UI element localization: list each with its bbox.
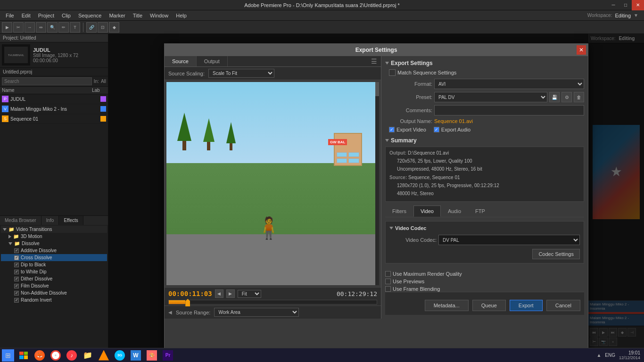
effect-dither[interactable]: ✓ Dither Dissolve	[1, 275, 107, 282]
checkbox-additive: ✓	[14, 248, 19, 253]
export-audio-checkbox[interactable]: ✓ Export Audio	[434, 127, 471, 132]
menu-clip[interactable]: Clip	[58, 10, 74, 20]
progress-bar[interactable]	[168, 300, 377, 304]
tool-track[interactable]: ⇔	[36, 22, 46, 33]
minimize-button[interactable]: ─	[607, 0, 619, 10]
taskbar-right: ▲ ENG 19:01 12/12/2014	[596, 350, 642, 360]
taskbar-app-firefox[interactable]: 🦊	[32, 349, 47, 362]
effect-additive-dissolve[interactable]: ✓ Additive Dissolve	[1, 247, 107, 254]
file-item-seq[interactable]: S Sequence 01	[0, 114, 108, 124]
cancel-button[interactable]: Cancel	[546, 300, 580, 311]
menu-sequence[interactable]: Sequence	[74, 10, 106, 20]
video-transitions-folder[interactable]: 📁 Video Transitions	[1, 226, 107, 233]
tab-effects[interactable]: Effects	[59, 216, 83, 225]
menu-project[interactable]: Project	[34, 10, 58, 20]
max-render-check-icon	[385, 271, 391, 277]
max-render-checkbox[interactable]: Use Maximum Render Quality	[385, 271, 584, 277]
tab-menu-icon[interactable]: ☰	[367, 58, 381, 65]
menu-file[interactable]: File	[2, 10, 18, 20]
effect-dip-white[interactable]: ✓ to White Dip	[1, 268, 107, 275]
modal-close-button[interactable]: ✕	[577, 45, 586, 55]
taskbar-app-chrome[interactable]: ●	[48, 349, 63, 362]
effect-film[interactable]: ✓ Film Dissolve	[1, 282, 107, 289]
tool-link[interactable]: 🔗	[86, 22, 97, 33]
zoom-select[interactable]: Fit	[238, 290, 261, 298]
menu-edit[interactable]: Edit	[18, 10, 34, 20]
match-sequence-checkbox[interactable]	[389, 69, 396, 76]
tool-select[interactable]: ▶	[2, 22, 12, 33]
summary-output: Output: D:\Sequence 01.avi	[389, 150, 580, 156]
next-frame-button[interactable]: ▶	[226, 289, 235, 298]
rtab-filters[interactable]: Filters	[385, 206, 413, 217]
preview-scrollbar[interactable]	[375, 82, 379, 285]
export-button[interactable]: Export	[510, 300, 543, 311]
taskbar-app-explorer[interactable]	[16, 349, 31, 362]
source-range-select[interactable]: Work Area	[214, 308, 299, 317]
subfolder-dissolve[interactable]: 📁 Dissolve	[1, 240, 107, 247]
tab-media-browser[interactable]: Media Browser	[0, 216, 41, 225]
effect-random-invert[interactable]: ✓ Random Invert	[1, 296, 107, 304]
tool-marker[interactable]: ◆	[109, 22, 119, 33]
tool-type[interactable]: T	[70, 22, 80, 33]
effect-non-additive[interactable]: ✓ Non-Additive Dissolve	[1, 289, 107, 296]
match-sequence-row: Match Sequence Settings	[385, 69, 584, 76]
menu-window[interactable]: Window	[146, 10, 172, 20]
tab-info[interactable]: Info	[41, 216, 59, 225]
tool-pen[interactable]: ✏	[58, 22, 69, 33]
workspace-name: Editing	[615, 13, 631, 18]
menu-help[interactable]: Help	[172, 10, 190, 20]
effect-dip-black[interactable]: ✓ Dip to Black	[1, 261, 107, 268]
taskbar-app-word[interactable]: W	[128, 349, 143, 362]
file-item-judul[interactable]: P JUDUL	[0, 94, 108, 104]
search-input[interactable]	[2, 77, 92, 85]
rtab-video[interactable]: Video	[413, 206, 441, 217]
color-label-seq	[100, 116, 106, 122]
queue-button[interactable]: Queue	[472, 300, 506, 311]
prev-frame-button[interactable]: ◀	[215, 289, 223, 298]
start-button[interactable]: ⊞	[2, 349, 14, 362]
frame-blending-checkbox[interactable]: Use Frame Blending	[385, 286, 584, 292]
tab-source[interactable]: Source	[165, 56, 197, 66]
codec-section: Video Codec Video Codec: DV PAL Codec Se…	[385, 221, 584, 263]
effect-cross-dissolve[interactable]: ✓ Cross Dissolve	[1, 254, 107, 261]
rtab-audio[interactable]: Audio	[441, 206, 468, 217]
output-name-link[interactable]: Sequence 01.avi	[434, 118, 473, 124]
maximize-button[interactable]: □	[619, 0, 632, 10]
codec-select[interactable]: DV PAL	[438, 235, 580, 245]
workspace-chevron[interactable]: ▼	[634, 13, 638, 18]
menu-bar: File Edit Project Clip Sequence Marker T…	[0, 10, 644, 21]
preview-controls: 00:00:11:03 ◀ ▶ Fit 00:12:29:12	[165, 287, 381, 300]
preset-settings-button[interactable]: ⚙	[561, 92, 572, 102]
playhead	[185, 299, 190, 306]
preset-select[interactable]: PAL DV	[434, 92, 547, 102]
taskbar-app-folder[interactable]: 📁	[80, 349, 95, 362]
taskbar-app-premiere[interactable]: Pr	[160, 349, 175, 362]
taskbar-app-3g[interactable]: 3G	[112, 349, 127, 362]
bottom-tabs: Media Browser Info Effects	[0, 215, 108, 225]
metadata-button[interactable]: Metadata...	[425, 300, 469, 311]
close-button[interactable]: ✕	[632, 0, 644, 10]
tool-snap[interactable]: ⊡	[98, 22, 108, 33]
tool-slip[interactable]: ↔	[25, 22, 35, 33]
taskbar-notification-icon: ▲	[596, 353, 601, 358]
use-previews-checkbox[interactable]: Use Previews	[385, 279, 584, 284]
tool-zoom[interactable]: 🔍	[47, 22, 58, 33]
subfolder-3d[interactable]: 📁 3D Motion	[1, 233, 107, 240]
taskbar-app-paint[interactable]: 🎨	[144, 349, 159, 362]
taskbar-app-vlc[interactable]	[96, 349, 111, 362]
expand-export-icon	[385, 62, 389, 65]
rtab-ftp[interactable]: FTP	[468, 206, 492, 217]
preset-save-button[interactable]: 💾	[549, 92, 560, 102]
codec-settings-button[interactable]: Codec Settings	[532, 249, 580, 259]
export-video-checkbox[interactable]: ✓ Export Video	[389, 127, 426, 132]
comments-input[interactable]	[434, 105, 584, 115]
menu-marker[interactable]: Marker	[105, 10, 129, 20]
tool-razor[interactable]: ✂	[13, 22, 24, 33]
format-select[interactable]: AVI	[434, 79, 584, 89]
file-item-malam[interactable]: V Malam Minggu Miko 2 - Ins	[0, 104, 108, 114]
tab-output[interactable]: Output	[197, 56, 228, 66]
menu-title[interactable]: Title	[129, 10, 146, 20]
taskbar-app-itunes[interactable]: ♪	[64, 349, 79, 362]
source-scaling-select[interactable]: Scale To Fit	[208, 69, 274, 78]
preset-delete-button[interactable]: 🗑	[574, 92, 584, 102]
